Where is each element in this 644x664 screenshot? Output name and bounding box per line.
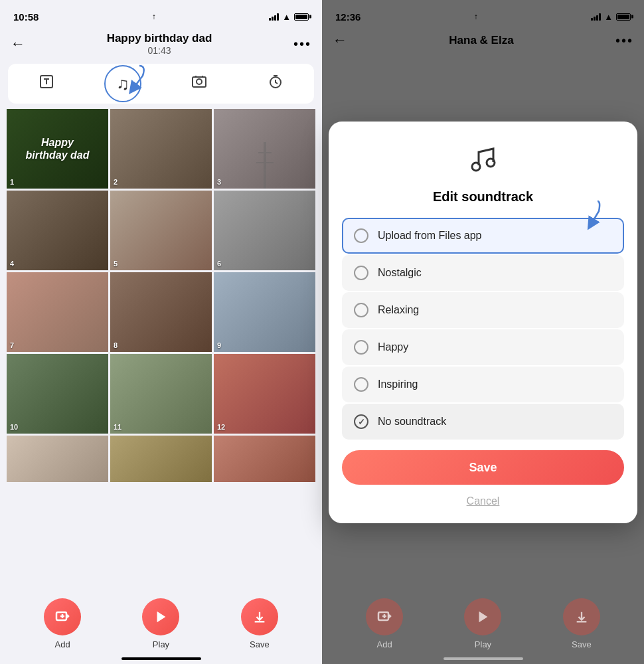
grid-cell-14[interactable] — [110, 436, 212, 482]
timer-tool-icon — [268, 74, 283, 94]
text-tool-icon — [39, 74, 54, 94]
add-label: Add — [55, 639, 70, 649]
battery-left — [294, 13, 309, 21]
option-no-soundtrack-label: No soundtrack — [378, 416, 446, 428]
left-phone: 10:58 ↑ ▲ ← Happy birthday dad 01:43 ••• — [0, 0, 322, 664]
save-action-right: Save — [563, 598, 600, 649]
project-title: Happy birthday dad — [107, 32, 212, 45]
grid-cell-13[interactable] — [7, 436, 108, 482]
play-button-right — [464, 598, 501, 635]
add-button[interactable] — [44, 598, 81, 635]
option-relaxing[interactable]: Relaxing — [342, 292, 624, 328]
time-left: 10:58 — [13, 11, 39, 23]
project-title-right: Hana & Elza — [449, 34, 513, 47]
grid-cell-3[interactable]: 3 — [214, 109, 315, 189]
right-phone: 12:36 ↑ ▲ ← Hana & Elza ••• — [322, 0, 644, 664]
location-icon-right: ↑ — [474, 12, 478, 21]
back-button-right[interactable]: ← — [333, 32, 347, 49]
toolbar-music[interactable]: ♫ — [84, 69, 161, 98]
status-icons-right: ▲ — [591, 12, 631, 22]
svg-marker-9 — [479, 612, 488, 623]
svg-point-7 — [487, 159, 495, 167]
signal-bars-left — [269, 13, 279, 21]
svg-point-6 — [472, 163, 480, 171]
play-action-right: Play — [464, 598, 501, 649]
radio-happy — [354, 340, 368, 355]
project-duration: 01:43 — [107, 45, 212, 56]
grid-row-1: Happybirthday dad 1 2 3 — [7, 109, 315, 189]
option-relaxing-label: Relaxing — [378, 304, 419, 316]
grid-cell-8[interactable]: 8 — [110, 272, 212, 352]
grid-cell-12[interactable]: 12 — [214, 354, 315, 434]
option-nostalgic-label: Nostalgic — [378, 267, 422, 279]
bottom-bar-left: Add Play Save — [0, 590, 322, 655]
status-bar-right: 12:36 ↑ ▲ — [322, 0, 644, 29]
wifi-icon-left: ▲ — [282, 12, 291, 22]
radio-nostalgic — [354, 266, 368, 280]
toolbar-text[interactable] — [8, 69, 84, 98]
toolbar-left: ♫ — [8, 64, 314, 104]
add-button-right — [366, 598, 403, 635]
option-inspiring[interactable]: Inspiring — [342, 367, 624, 402]
more-button-left[interactable]: ••• — [293, 37, 311, 52]
grid-cell-7[interactable]: 7 — [7, 272, 108, 352]
header-right: ← Hana & Elza ••• — [322, 29, 644, 54]
play-action[interactable]: Play — [142, 598, 179, 649]
svg-marker-5 — [157, 612, 166, 623]
home-indicator-right — [443, 657, 523, 660]
radio-no-soundtrack — [354, 414, 368, 429]
grid-row-5 — [7, 436, 315, 482]
grid-row-4: 10 11 12 — [7, 354, 315, 434]
bottom-bar-right: Add Play Save — [322, 590, 644, 655]
grid-cell-5[interactable]: 5 — [110, 191, 212, 270]
play-label-right: Play — [475, 639, 491, 649]
grid-cell-1[interactable]: Happybirthday dad 1 — [7, 109, 108, 189]
option-happy-label: Happy — [378, 341, 408, 353]
option-upload[interactable]: Upload from Files app — [342, 218, 624, 254]
battery-right — [616, 13, 631, 21]
option-no-soundtrack[interactable]: No soundtrack — [342, 404, 624, 440]
radio-inspiring — [354, 377, 368, 392]
more-button-right[interactable]: ••• — [615, 33, 633, 48]
grid-cell-10[interactable]: 10 — [7, 354, 108, 434]
modal-music-icon — [342, 140, 624, 180]
status-icons-left: ▲ — [269, 12, 309, 22]
status-bar-left: 10:58 ↑ ▲ — [0, 0, 322, 29]
play-label: Play — [153, 639, 169, 649]
option-inspiring-label: Inspiring — [378, 378, 418, 390]
save-action-left[interactable]: Save — [241, 598, 278, 649]
cancel-button-modal[interactable]: Cancel — [342, 493, 624, 510]
toolbar-timer[interactable] — [238, 69, 314, 98]
grid-cell-15[interactable] — [214, 436, 315, 482]
grid-cell-2[interactable]: 2 — [110, 109, 212, 189]
option-happy[interactable]: Happy — [342, 329, 624, 365]
save-button-modal[interactable]: Save — [342, 450, 624, 485]
back-button-left[interactable]: ← — [11, 35, 25, 52]
signal-bars-right — [591, 13, 601, 21]
wifi-icon-right: ▲ — [604, 12, 613, 22]
header-center-left: Happy birthday dad 01:43 — [107, 32, 212, 56]
location-icon-left: ↑ — [152, 12, 156, 21]
add-action[interactable]: Add — [44, 598, 81, 649]
active-indicator — [104, 65, 141, 102]
option-upload-label: Upload from Files app — [378, 230, 482, 242]
grid-cell-6[interactable]: 6 — [214, 191, 315, 270]
home-indicator-left — [121, 657, 201, 660]
radio-upload — [354, 228, 368, 243]
grid-row-2: 4 5 6 — [7, 191, 315, 270]
save-button-right-dim — [563, 598, 600, 635]
grid-cell-9[interactable]: 9 — [214, 272, 315, 352]
play-button[interactable] — [142, 598, 179, 635]
toolbar-photo[interactable] — [161, 69, 238, 98]
svg-point-2 — [197, 79, 202, 84]
grid-row-3: 7 8 9 — [7, 272, 315, 352]
time-right: 12:36 — [335, 11, 361, 23]
grid-cell-4[interactable]: 4 — [7, 191, 108, 270]
save-label-right: Save — [572, 639, 592, 649]
add-label-right: Add — [377, 639, 392, 649]
option-nostalgic[interactable]: Nostalgic — [342, 255, 624, 291]
modal-overlay: Edit soundtrack Upload from Fil — [322, 54, 644, 590]
save-button-left[interactable] — [241, 598, 278, 635]
soundtrack-options: Upload from Files app Nostalgic Relaxing… — [342, 218, 624, 440]
grid-cell-11[interactable]: 11 — [110, 354, 212, 434]
